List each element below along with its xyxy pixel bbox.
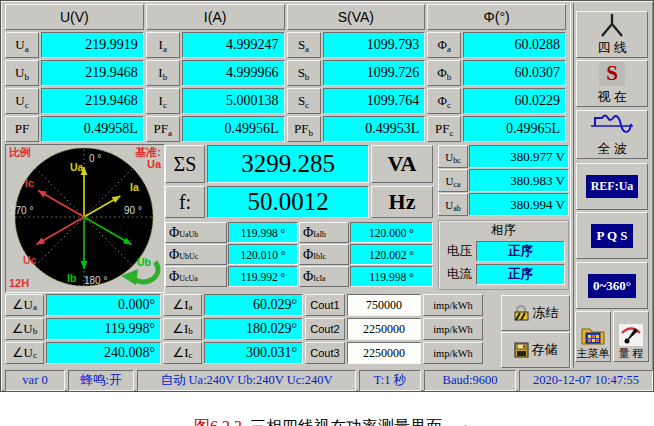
value-angle-ub: 119.998° xyxy=(46,318,161,340)
folder-menu-icon xyxy=(580,324,606,346)
svg-text:Ia: Ia xyxy=(130,181,139,193)
svg-text:Uc: Uc xyxy=(23,254,37,266)
status-baud: Baud:9600 xyxy=(424,370,516,391)
sigma-s-value: 3299.285 xyxy=(207,145,369,183)
label-phi-ubuc: ΦUbUc xyxy=(165,244,227,265)
status-var: var 0 xyxy=(5,370,65,391)
cout3-value[interactable]: 2250000 xyxy=(347,342,421,364)
line-voltage-row: Ubc 380.977 V xyxy=(438,145,569,168)
value-phi-ubuc: 120.010 ° xyxy=(228,244,298,265)
label-phib: Φb xyxy=(427,60,461,86)
full-wave-mode-button[interactable]: 全 波 xyxy=(576,110,648,159)
label-phia: Φa xyxy=(427,32,461,58)
svg-text:0 °: 0 ° xyxy=(89,153,101,164)
freeze-button[interactable]: 冻结 xyxy=(501,295,570,331)
phasor-scale-label: 比例 xyxy=(9,147,31,159)
frequency-unit: Hz xyxy=(371,186,433,218)
value-angle-ia: 60.029° xyxy=(204,294,303,316)
reference-value: REF:Ua xyxy=(586,175,639,198)
label-sa: Sa xyxy=(287,32,321,58)
cout1-value[interactable]: 750000 xyxy=(347,294,421,316)
cout1-unit: imp/kWh xyxy=(423,294,483,316)
reference-select-button[interactable]: REF:Ua xyxy=(576,163,648,210)
col-header-ia: I(A) xyxy=(146,4,285,30)
label-uca: Uca xyxy=(438,169,468,192)
value-pf: 0.49958L xyxy=(41,116,144,142)
col-header-sva: S(VA) xyxy=(287,4,426,30)
label-phi-icia: ΦIcIa xyxy=(299,266,349,287)
cout1-label: Cout1 xyxy=(305,294,345,316)
freeze-icon xyxy=(513,305,531,321)
svg-text:180 °: 180 ° xyxy=(84,275,107,286)
col-header-uv: U(V) xyxy=(5,4,144,30)
status-bar: var 0 蜂鸣:开 自动 Ua:240V Ub:240V Uc:240V T:… xyxy=(3,370,653,391)
label-angle-ic: ∠Ic xyxy=(163,342,202,364)
value-pfa: 0.49956L xyxy=(182,116,285,142)
frequency-value: 50.0012 xyxy=(207,186,369,218)
meter-constant-grid: Cout1 750000 imp/kWh Cout2 2250000 imp/k… xyxy=(305,294,483,364)
value-ub: 219.9468 xyxy=(41,60,144,86)
label-ia: Ia xyxy=(146,32,180,58)
label-phi-ibic: ΦIbIc xyxy=(299,244,349,265)
value-uca: 380.983 V xyxy=(469,169,569,192)
value-phib: 60.0307 xyxy=(463,60,566,86)
line-voltage-row: Uca 380.983 V xyxy=(438,169,569,192)
status-interval: T:1 秒 xyxy=(359,370,421,391)
pqs-mode-button[interactable]: P Q S xyxy=(576,212,648,259)
status-auto-range: 自动 Ua:240V Ub:240V Uc:240V xyxy=(137,370,356,391)
cout2-value[interactable]: 2250000 xyxy=(347,318,421,340)
figure-number: 图6.2.3 xyxy=(194,418,242,426)
apparent-power-mode-button[interactable]: S 视 在 xyxy=(576,60,648,107)
cout3-label: Cout3 xyxy=(305,342,345,364)
total-apparent-power-row: ΣS 3299.285 VA xyxy=(165,145,433,183)
value-ia: 4.999247 xyxy=(182,32,285,58)
label-ub: Ub xyxy=(5,60,39,86)
status-datetime: 2020-12-07 10:47:55 xyxy=(519,370,653,391)
power-meter-window: U(V) I(A) S(VA) Φ(°) Ua 219.9919 Ia 4.99… xyxy=(0,0,654,392)
label-angle-ib: ∠Ib xyxy=(163,318,202,340)
angle-range-button[interactable]: 0~360° xyxy=(576,262,648,309)
value-pfc: 0.49965L xyxy=(463,116,566,142)
current-sequence-label: 电流 xyxy=(442,266,472,283)
paragraph-mark: ↵ xyxy=(458,421,468,426)
cout2-unit: imp/kWh xyxy=(423,318,483,340)
store-button[interactable]: 存储 xyxy=(501,332,570,368)
cout2-label: Cout2 xyxy=(305,318,345,340)
svg-text:Ib: Ib xyxy=(67,272,76,284)
voltage-sequence-row: 电压 正序 xyxy=(442,240,565,263)
label-pfc: PFc xyxy=(427,116,461,142)
value-sa: 1099.793 xyxy=(323,32,426,58)
frequency-row: f: 50.0012 Hz xyxy=(165,186,433,218)
value-angle-uc: 240.008° xyxy=(46,342,161,364)
value-phi-ibic: 120.002 ° xyxy=(350,244,433,265)
range-button[interactable]: 量 程 xyxy=(613,311,649,362)
wye-icon xyxy=(597,12,627,37)
main-menu-button[interactable]: 主菜单 xyxy=(575,311,611,362)
s-icon: S xyxy=(599,62,625,86)
value-sc: 1099.764 xyxy=(323,88,426,114)
figure-caption: 图6.2.3 三相四线视在功率测量界面。↵ xyxy=(0,399,654,426)
document-page: U(V) I(A) S(VA) Φ(°) Ua 219.9919 Ia 4.99… xyxy=(0,0,654,426)
figure-title: 三相四线视在功率测量界面。 xyxy=(242,418,458,426)
label-angle-ua: ∠Ua xyxy=(5,294,44,316)
value-uc: 219.9468 xyxy=(41,88,144,114)
value-angle-ic: 300.031° xyxy=(204,342,303,364)
label-phi-uaub: ΦUaUb xyxy=(165,222,227,243)
value-pfb: 0.49953L xyxy=(323,116,426,142)
current-angle-grid: ∠Ia 60.029° ∠Ib 180.029° ∠Ic 300.031° xyxy=(163,294,303,364)
value-ua: 219.9919 xyxy=(41,32,144,58)
sigma-s-label: ΣS xyxy=(165,145,205,183)
wiring-mode-button[interactable]: 四 线 xyxy=(576,11,648,58)
label-ib: Ib xyxy=(146,60,180,86)
svg-text:270 °: 270 ° xyxy=(10,205,33,216)
gauge-icon xyxy=(619,324,643,346)
value-ic: 5.000138 xyxy=(182,88,285,114)
voltage-sequence-value: 正序 xyxy=(476,241,565,262)
angle-range-label: 0~360° xyxy=(588,274,636,298)
voltage-sequence-label: 电压 xyxy=(442,243,472,260)
current-sequence-row: 电流 正序 xyxy=(442,263,565,286)
phasor-hours-label: 12H xyxy=(9,278,29,290)
sigma-s-unit: VA xyxy=(371,145,433,183)
value-uab: 380.994 V xyxy=(469,193,569,216)
label-phi-ucua: ΦUcUa xyxy=(165,266,227,287)
